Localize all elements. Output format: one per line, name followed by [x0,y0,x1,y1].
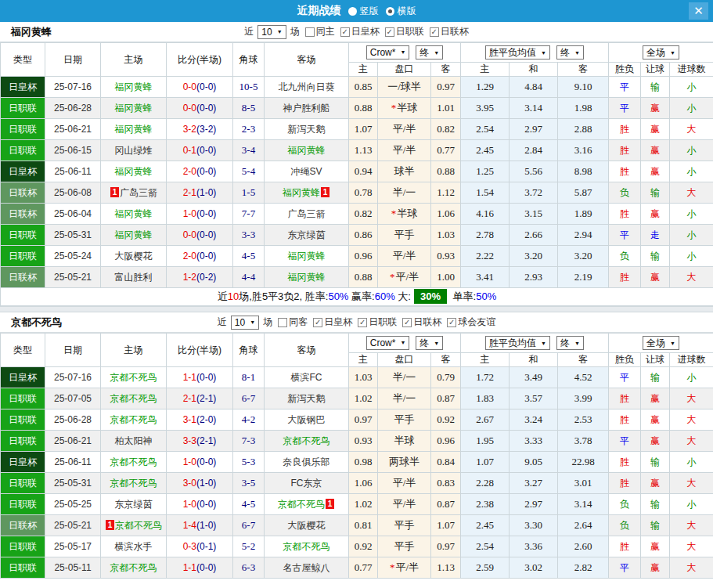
match-row: 日职联25-05-25东京绿茵1-0(0-0)4-5京都不死鸟11.02平/半0… [1,494,713,515]
bookmaker-select[interactable]: Crow*▼ [366,45,410,60]
full-time-score: 1-2 [183,272,196,283]
league-filter-checkbox[interactable]: ✓ [385,27,394,37]
sub-column-header: 胜负 [609,353,641,367]
same-venue-filter: 同主 [305,25,335,38]
match-row: 日皇杯25-07-16京都不死鸟1-1(0-0)8-1横滨FC1.03半/一0.… [1,367,713,388]
league-filter-label: 球会友谊 [458,316,495,329]
table-header: 类型日期主场比分(半场)角球客场Crow*▼终▼胜平负均值▼终▼全场▼主盘口客主… [1,334,713,367]
same-venue-checkbox[interactable] [305,27,315,37]
sub-column-header: 主 [349,353,378,367]
cell-corners: 6-7 [233,388,265,409]
summary-part: 赢率: [348,290,374,302]
league-filter: ✓日职联 [358,316,397,329]
scope-select[interactable]: 全场▼ [643,45,679,60]
cell-goals-over-under: 小 [670,161,713,182]
same-venue-label: 同主 [316,25,335,38]
bookmaker-select[interactable]: Crow*▼ [366,336,410,350]
section-header-bar: 京都不死鸟近10▼场同客✓日皇杯✓日职联✓日联杯✓球会友谊 [0,312,713,333]
cell-date: 25-06-21 [45,119,101,140]
cell-asian-away-odds: 1.06 [431,204,461,225]
league-filter-checkbox[interactable]: ✓ [447,318,456,327]
cell-date: 25-05-24 [45,246,101,267]
radio-vertical-icon[interactable] [348,7,357,16]
sub-column-header: 和 [510,63,558,77]
chevron-down-icon: ▼ [250,319,255,325]
cell-asian-away-odds: 1.01 [431,98,461,119]
league-filter-label: 日联杯 [441,25,469,38]
cell-asian-away-odds: 1.07 [431,515,461,536]
recent-label: 近 [244,25,254,38]
cell-euro-draw-odds: 2.84 [510,140,558,161]
half-time-score: (1-0) [196,520,216,531]
bookmaker-select-value: Crow* [370,47,396,58]
cell-asian-home-odds: 1.13 [349,140,378,161]
league-filter-checkbox[interactable]: ✓ [430,27,439,37]
cell-date: 25-05-17 [45,536,101,557]
cell-goals-over-under: 小 [670,367,713,388]
cell-league-type: 日职联 [1,431,45,452]
sub-column-header: 盘口 [378,63,431,77]
radio-horizontal-icon[interactable] [386,7,394,16]
radio-horizontal-layout[interactable]: 横版 [386,5,416,18]
cell-date: 25-05-31 [45,225,101,246]
cell-euro-away-odds: 2.82 [558,557,609,579]
cell-handicap-result: 赢 [641,140,670,161]
euro-time-select[interactable]: 终▼ [556,45,584,60]
games-count-select[interactable]: 10▼ [231,316,259,330]
full-time-score: 3-3 [183,435,196,446]
league-filter-checkbox[interactable]: ✓ [358,318,367,327]
team-name-text: 京都不死鸟 [278,499,325,510]
league-filter-checkbox[interactable]: ✓ [402,318,412,327]
cell-handicap-result: 输 [641,452,670,473]
cell-away-team: FC东京 [265,473,349,494]
cell-goals-over-under: 大 [670,515,713,536]
cell-win-draw-loss: 胜 [609,388,641,409]
team-name-text: 福冈黄蜂 [115,208,153,219]
league-filter-checkbox[interactable]: ✓ [340,27,350,37]
cell-euro-home-odds: 3.95 [461,98,510,119]
team-name-text: 福冈黄蜂 [288,251,326,262]
games-unit-label: 场 [290,25,300,38]
full-time-score: 1-0 [183,456,196,467]
cell-euro-draw-odds: 3.72 [510,182,558,204]
cell-score: 0-1(0-0) [167,140,233,161]
same-venue-label: 同客 [289,316,308,329]
asian-time-select[interactable]: 终▼ [416,45,443,60]
avg-odds-select[interactable]: 胜平负均值▼ [485,336,550,350]
cell-asian-away-odds: 0.82 [431,119,461,140]
cell-date: 25-07-05 [45,388,101,409]
same-venue-checkbox[interactable] [278,318,287,327]
games-count-select[interactable]: 10▼ [257,25,286,39]
cell-handicap-result: 输 [641,494,670,515]
match-row: 日职联25-05-11京都不死鸟1-1(0-0)6-3名古屋鲸八0.77*平/半… [1,557,713,579]
cell-corners: 7-3 [233,431,265,452]
cell-asian-away-odds: 0.79 [431,367,461,388]
full-time-score: 2-1 [183,393,196,404]
cell-home-team: 京都不死鸟 [101,557,167,579]
sub-column-header: 让球 [641,63,670,77]
radio-vertical-layout[interactable]: 竖版 [348,5,379,18]
cell-goals-over-under: 大 [670,409,713,431]
table-body: 日皇杯25-07-16京都不死鸟1-1(0-0)8-1横滨FC1.03半/一0.… [1,367,713,579]
cell-handicap-result: 输 [641,246,670,267]
cell-date: 25-05-21 [45,515,101,536]
cell-league-type: 日联杯 [1,182,45,204]
close-icon[interactable]: ✕ [689,2,708,20]
bookmaker-select-value: Crow* [370,337,396,348]
asian-time-select[interactable]: 终▼ [416,336,443,350]
cell-win-draw-loss: 胜 [609,119,641,140]
avg-odds-select[interactable]: 胜平负均值▼ [485,45,550,60]
team-name-text: 京都不死鸟 [110,478,157,489]
euro-time-select[interactable]: 终▼ [556,336,584,350]
full-time-score: 3-2 [183,124,196,135]
handicap-star: * [391,207,397,219]
cell-score: 3-3(2-1) [167,431,233,452]
cell-win-draw-loss: 平 [609,98,641,119]
league-filter-checkbox[interactable]: ✓ [313,318,322,327]
cell-league-type: 日联杯 [1,267,45,288]
cell-date: 25-06-28 [45,98,101,119]
scope-select[interactable]: 全场▼ [643,336,679,350]
cell-away-team: 京都不死鸟 [265,536,349,557]
full-time-score: 0-0 [183,229,196,240]
cell-asian-away-odds: 1.13 [431,557,461,579]
